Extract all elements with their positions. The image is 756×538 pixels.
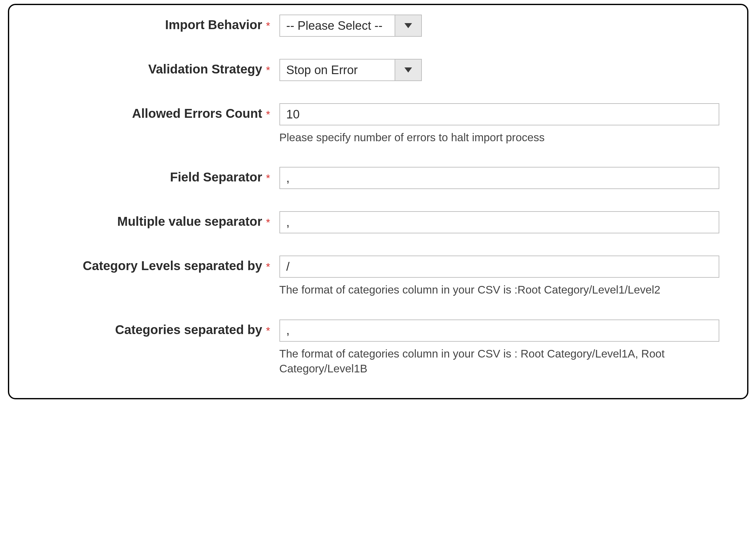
help-category-levels-separated-by: The format of categories column in your …: [279, 282, 719, 297]
field-separator-input[interactable]: [279, 167, 719, 189]
svg-marker-0: [404, 23, 412, 28]
category-levels-separated-by-input[interactable]: [279, 255, 719, 278]
help-allowed-errors-count: Please specify number of errors to halt …: [279, 130, 719, 145]
chevron-down-icon: [395, 15, 421, 36]
required-marker: *: [265, 211, 279, 229]
field-row-validation-strategy: Validation Strategy * Stop on Error: [22, 59, 734, 81]
field-row-categories-separated-by: Categories separated by * The format of …: [22, 319, 734, 376]
help-categories-separated-by: The format of categories column in your …: [279, 346, 719, 376]
import-behavior-select[interactable]: -- Please Select --: [279, 15, 422, 37]
required-marker: *: [265, 167, 279, 184]
validation-strategy-select[interactable]: Stop on Error: [279, 59, 422, 81]
required-marker: *: [265, 59, 279, 76]
multiple-value-separator-input[interactable]: [279, 211, 719, 233]
required-marker: *: [265, 255, 279, 273]
field-row-field-separator: Field Separator *: [22, 167, 734, 189]
label-categories-separated-by: Categories separated by: [22, 319, 265, 337]
label-category-levels-separated-by: Category Levels separated by: [22, 255, 265, 273]
field-row-multiple-value-separator: Multiple value separator *: [22, 211, 734, 233]
required-marker: *: [265, 103, 279, 121]
required-marker: *: [265, 319, 279, 337]
label-import-behavior: Import Behavior: [22, 15, 265, 32]
label-multiple-value-separator: Multiple value separator: [22, 211, 265, 229]
label-allowed-errors-count: Allowed Errors Count: [22, 103, 265, 121]
svg-marker-1: [404, 68, 412, 73]
allowed-errors-count-input[interactable]: [279, 103, 719, 126]
label-validation-strategy: Validation Strategy: [22, 59, 265, 76]
required-marker: *: [265, 15, 279, 32]
label-field-separator: Field Separator: [22, 167, 265, 184]
import-behavior-form: Import Behavior * -- Please Select -- Va…: [8, 4, 748, 399]
field-row-category-levels-separated-by: Category Levels separated by * The forma…: [22, 255, 734, 297]
field-row-import-behavior: Import Behavior * -- Please Select --: [22, 15, 734, 37]
chevron-down-icon: [395, 60, 421, 81]
import-behavior-select-value: -- Please Select --: [280, 15, 395, 36]
field-row-allowed-errors-count: Allowed Errors Count * Please specify nu…: [22, 103, 734, 145]
validation-strategy-select-value: Stop on Error: [280, 60, 395, 81]
categories-separated-by-input[interactable]: [279, 319, 719, 342]
